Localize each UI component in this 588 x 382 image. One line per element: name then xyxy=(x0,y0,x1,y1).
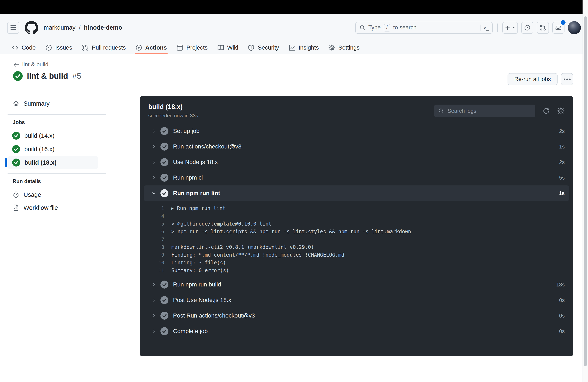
step-label: Run npm run lint xyxy=(173,190,220,197)
chevron-right-icon xyxy=(152,144,157,149)
pull-requests-dashboard-button[interactable] xyxy=(537,22,549,34)
graph-icon xyxy=(289,44,295,51)
gear-icon xyxy=(328,44,335,51)
log-output: 1 ▶Run npm run lint 4 ▶ 5 ▶> @gethinode/… xyxy=(140,201,573,277)
job-status-line: succeeded now in 33s xyxy=(148,113,198,119)
chevron-right-icon xyxy=(152,329,157,334)
issues-dashboard-button[interactable] xyxy=(521,22,533,34)
log-line-number[interactable]: 1 xyxy=(140,206,164,211)
github-logo-icon[interactable] xyxy=(25,21,38,34)
step-row[interactable]: Post Run actions/checkout@v3 0s xyxy=(140,308,573,323)
sidebar-item-summary[interactable]: Summary xyxy=(8,97,106,110)
log-text-content: Run npm run lint xyxy=(177,205,226,211)
workflow-file-label: Workflow file xyxy=(23,204,58,211)
stopwatch-icon xyxy=(13,191,19,198)
command-palette-icon[interactable]: >_ xyxy=(483,25,488,30)
sidebar-divider xyxy=(8,173,106,174)
step-row[interactable]: Post Use Node.js 18.x 0s xyxy=(140,292,573,308)
scrollbar-thumb[interactable] xyxy=(584,16,587,366)
step-row[interactable]: Complete job 0s xyxy=(140,323,573,339)
tab-issues[interactable]: Issues xyxy=(42,41,76,54)
slash-keycap: / xyxy=(384,24,390,31)
log-line-number[interactable]: 7 xyxy=(140,237,164,242)
expanded-step-row[interactable]: Run npm run lint 1s xyxy=(144,185,569,201)
log-line-text: ▶Linting: 3 file(s) xyxy=(171,260,226,266)
success-check-icon xyxy=(12,145,20,153)
log-search-input[interactable] xyxy=(447,108,531,114)
repo-nav: Code Issues Pull requests Actions Projec… xyxy=(0,41,588,54)
log-line-number[interactable]: 10 xyxy=(140,260,164,265)
log-line-number[interactable]: 5 xyxy=(140,221,164,227)
step-row[interactable]: Set up job 2s xyxy=(140,123,573,139)
job-log-panel: build (18.x) succeeded now in 33s Set up… xyxy=(140,96,573,356)
header-divider xyxy=(497,23,498,32)
log-line-text: ▶Finding: *.md content/**/*.md !node_mod… xyxy=(171,252,344,258)
breadcrumb-repo-link[interactable]: hinode-demo xyxy=(84,24,122,31)
log-line-number[interactable]: 9 xyxy=(140,252,164,258)
log-line-number[interactable]: 8 xyxy=(140,244,164,250)
sidebar-job-build-16[interactable]: build (16.x) xyxy=(8,143,98,156)
log-line-text: ▶> @gethinode/template@0.10.0 lint xyxy=(171,221,272,227)
log-text-content: Linting: 3 file(s) xyxy=(171,260,226,266)
tab-settings[interactable]: Settings xyxy=(325,41,363,54)
step-row[interactable]: Use Node.js 18.x 2s xyxy=(140,154,573,170)
step-duration: 0s xyxy=(559,297,565,303)
hamburger-menu-button[interactable] xyxy=(7,22,19,34)
shield-icon xyxy=(248,44,254,51)
log-text-content: > @gethinode/template@0.10.0 lint xyxy=(171,221,272,227)
job-title: build (18.x) xyxy=(148,103,198,111)
log-group-expander-icon[interactable]: ▶ xyxy=(171,206,174,211)
log-line-number[interactable]: 4 xyxy=(140,213,164,219)
tab-pull-requests[interactable]: Pull requests xyxy=(78,41,129,54)
tab-projects[interactable]: Projects xyxy=(173,41,211,54)
search-icon xyxy=(438,108,444,114)
back-to-workflow-link[interactable]: lint & build xyxy=(13,61,48,68)
log-settings-gear-button[interactable] xyxy=(557,107,565,115)
step-duration: 5s xyxy=(559,175,565,181)
success-check-icon xyxy=(12,132,20,140)
sidebar-job-build-14[interactable]: build (14.x) xyxy=(8,129,98,142)
user-avatar[interactable] xyxy=(568,21,581,34)
steps-after-list: Run npm run build 18s Post Use Node.js 1… xyxy=(140,277,573,339)
job-label: build (14.x) xyxy=(24,132,54,139)
breadcrumb-owner-link[interactable]: markdumay xyxy=(44,24,76,31)
log-line: 11 ▶Summary: 0 error(s) xyxy=(140,267,573,274)
step-row[interactable]: Run npm ci 5s xyxy=(140,170,573,185)
tab-insights[interactable]: Insights xyxy=(285,41,323,54)
rerun-all-jobs-button[interactable]: Re-run all jobs xyxy=(507,73,558,85)
step-row[interactable]: Run npm run build 18s xyxy=(140,277,573,292)
step-label: Post Use Node.js 18.x xyxy=(173,297,231,303)
back-link-label: lint & build xyxy=(22,61,48,68)
step-label: Run actions/checkout@v3 xyxy=(173,143,242,150)
step-row[interactable]: Run actions/checkout@v3 1s xyxy=(140,139,573,154)
log-line-number[interactable]: 6 xyxy=(140,229,164,234)
inbox-button[interactable] xyxy=(552,22,565,34)
log-text-content: markdownlint-cli2 v0.8.1 (markdownlint v… xyxy=(171,244,314,250)
tab-actions[interactable]: Actions xyxy=(132,41,171,54)
sidebar-job-build-18[interactable]: build (18.x) xyxy=(8,156,98,169)
run-number: #5 xyxy=(72,72,81,81)
sidebar-item-workflow-file[interactable]: Workflow file xyxy=(8,201,106,214)
step-label: Use Node.js 18.x xyxy=(173,159,218,166)
run-title: lint & build xyxy=(27,72,68,81)
jobs-heading: Jobs xyxy=(8,119,117,125)
log-line: 8 ▶markdownlint-cli2 v0.8.1 (markdownlin… xyxy=(140,243,573,251)
log-line-number[interactable]: 11 xyxy=(140,268,164,273)
log-line-text: ▶Summary: 0 error(s) xyxy=(171,268,229,274)
tab-wiki[interactable]: Wiki xyxy=(213,41,242,54)
create-new-button[interactable] xyxy=(502,22,518,34)
step-label: Complete job xyxy=(173,328,208,335)
chevron-right-icon xyxy=(152,129,157,133)
refresh-logs-button[interactable] xyxy=(543,107,550,115)
more-options-button[interactable] xyxy=(561,73,573,85)
chevron-right-icon xyxy=(152,282,157,287)
step-success-check-icon xyxy=(160,174,168,182)
issue-opened-icon xyxy=(45,44,52,51)
step-success-check-icon xyxy=(160,158,168,166)
tab-code[interactable]: Code xyxy=(8,41,40,54)
global-search-input[interactable]: Type / to search >_ xyxy=(355,22,493,34)
step-duration: 0s xyxy=(559,313,565,319)
tab-security[interactable]: Security xyxy=(244,41,283,54)
sidebar-item-usage[interactable]: Usage xyxy=(8,188,106,201)
log-text-content: Finding: *.md content/**/*.md !node_modu… xyxy=(171,252,344,258)
